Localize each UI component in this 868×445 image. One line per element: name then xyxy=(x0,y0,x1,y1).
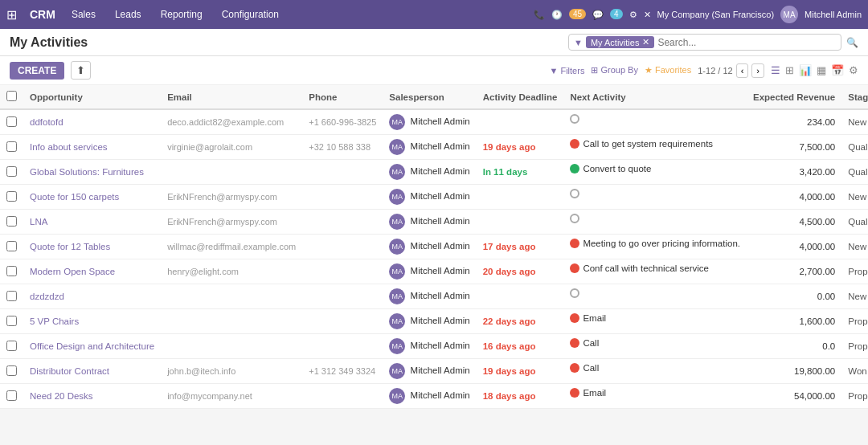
phone-cell: +1 312 349 3324 xyxy=(309,366,375,376)
row-checkbox[interactable] xyxy=(6,216,17,227)
salesperson-avatar: MA xyxy=(389,214,405,230)
opportunity-name[interactable]: Distributor Contract xyxy=(30,366,109,376)
chat-icon[interactable]: 💬 xyxy=(592,10,604,20)
table-row: Modern Open Space henry@elight.com MA Mi… xyxy=(0,259,868,284)
expected-revenue: 0.00 xyxy=(817,292,835,301)
company-name[interactable]: My Company (San Francisco) xyxy=(657,10,775,19)
table-row: LNA ErikNFrench@armyspy.com MA Mitchell … xyxy=(0,210,868,235)
grid-view-icon[interactable]: ▦ xyxy=(817,64,826,76)
opportunity-name[interactable]: Info about services xyxy=(30,142,108,152)
opportunity-name[interactable]: Quote for 12 Tables xyxy=(30,242,110,251)
salesperson-avatar: MA xyxy=(389,189,405,205)
opportunity-name[interactable]: dzdzdzd xyxy=(30,292,64,301)
phone-icon[interactable]: 📞 xyxy=(534,10,545,20)
row-checkbox[interactable] xyxy=(6,316,17,326)
kanban-view-icon[interactable]: ⊞ xyxy=(785,64,794,76)
expected-revenue: 0.0 xyxy=(822,341,835,351)
opportunity-name[interactable]: Need 20 Desks xyxy=(30,391,93,401)
chat-badge: 4 xyxy=(610,9,623,19)
expected-revenue: 4,500.00 xyxy=(799,217,835,227)
stage: Proposition xyxy=(848,267,868,276)
close-icon[interactable]: ✕ xyxy=(644,10,651,20)
opportunity-name[interactable]: Quote for 150 carpets xyxy=(30,192,119,202)
user-avatar[interactable]: MA xyxy=(780,6,798,23)
search-input[interactable] xyxy=(657,37,836,48)
next-activity-text: Meeting to go over pricing information. xyxy=(583,239,740,248)
next-activity-text: Convert to quote xyxy=(583,164,651,174)
nav-configuration[interactable]: Configuration xyxy=(219,7,282,22)
table-row: Quote for 12 Tables willmac@rediffmail.e… xyxy=(0,235,868,259)
activity-deadline: 19 days ago xyxy=(483,142,536,152)
salesperson-name: Mitchell Admin xyxy=(411,365,470,375)
opportunity-name[interactable]: Global Solutions: Furnitures xyxy=(30,167,144,177)
activity-deadline: 17 days ago xyxy=(483,242,536,251)
salesperson-name: Mitchell Admin xyxy=(411,116,470,126)
opportunity-name[interactable]: ddfotofd xyxy=(30,117,63,127)
clock-icon[interactable]: 🕐 xyxy=(551,10,563,20)
activity-circle-red xyxy=(570,139,579,149)
settings-view-icon[interactable]: ⚙ xyxy=(849,64,858,76)
stage: Proposition xyxy=(848,316,868,326)
activity-circle-red xyxy=(570,239,579,248)
salesperson-name: Mitchell Admin xyxy=(411,341,470,350)
crm-logo[interactable]: CRM xyxy=(30,8,55,21)
expected-revenue: 4,000.00 xyxy=(799,242,835,251)
row-checkbox[interactable] xyxy=(6,241,17,251)
search-tag-close[interactable]: ✕ xyxy=(642,37,649,47)
salesperson-avatar: MA xyxy=(389,288,405,304)
create-button[interactable]: CREATE xyxy=(10,62,64,80)
opportunity-name[interactable]: LNA xyxy=(30,217,47,227)
page-title: My Activities xyxy=(10,35,88,50)
upload-button[interactable]: ⬆ xyxy=(71,61,91,80)
group-by-button[interactable]: ⊞ Group By xyxy=(591,65,638,76)
row-checkbox[interactable] xyxy=(6,291,17,301)
opportunity-name[interactable]: Office Design and Architecture xyxy=(30,341,154,351)
salesperson-name: Mitchell Admin xyxy=(411,166,470,176)
row-checkbox[interactable] xyxy=(6,365,17,376)
calendar-view-icon[interactable]: 📅 xyxy=(831,64,844,76)
favorites-button[interactable]: ★ Favorites xyxy=(645,65,691,76)
activity-deadline: 18 days ago xyxy=(483,391,536,401)
activity-circle-empty xyxy=(570,288,579,298)
row-checkbox[interactable] xyxy=(6,166,17,177)
prev-page-button[interactable]: ‹ xyxy=(736,63,749,78)
email-cell: willmac@rediffmail.example.com xyxy=(167,242,296,251)
col-salesperson: Salesperson xyxy=(383,85,476,109)
activity-circle-empty xyxy=(570,214,579,223)
app-grid-icon[interactable]: ⊞ xyxy=(6,7,17,22)
search-icon[interactable]: 🔍 xyxy=(846,37,858,48)
next-page-button[interactable]: › xyxy=(751,63,764,78)
nav-sales[interactable]: Sales xyxy=(68,7,99,22)
search-tag-label: My Activities xyxy=(591,38,640,47)
select-all-checkbox[interactable] xyxy=(6,91,17,101)
salesperson-avatar: MA xyxy=(389,338,405,354)
settings-icon[interactable]: ⚙ xyxy=(629,10,637,20)
nav-leads[interactable]: Leads xyxy=(112,7,145,22)
row-checkbox[interactable] xyxy=(6,141,17,152)
activity-deadline: 22 days ago xyxy=(483,316,536,326)
table-row: ddfotofd deco.addict82@example.com +1 66… xyxy=(0,109,868,135)
row-checkbox[interactable] xyxy=(6,191,17,202)
phone-cell: +32 10 588 338 xyxy=(309,142,371,152)
list-view-icon[interactable]: ☰ xyxy=(771,64,780,76)
expected-revenue: 234.00 xyxy=(807,117,835,127)
email-cell: info@mycompany.net xyxy=(167,391,252,401)
row-checkbox[interactable] xyxy=(6,390,17,401)
table-row: Distributor Contract john.b@itech.info +… xyxy=(0,359,868,384)
salesperson-name: Mitchell Admin xyxy=(411,191,470,201)
opportunity-name[interactable]: 5 VP Chairs xyxy=(30,316,79,326)
user-name[interactable]: Mitchell Admin xyxy=(805,10,862,19)
row-checkbox[interactable] xyxy=(6,341,17,351)
row-checkbox[interactable] xyxy=(6,266,17,276)
filters-button[interactable]: ▼ Filters xyxy=(549,66,584,76)
nav-reporting[interactable]: Reporting xyxy=(158,7,206,22)
activity-circle-red xyxy=(570,363,579,373)
next-activity-text: Call xyxy=(583,363,599,373)
stage: Qualified xyxy=(848,142,868,152)
row-checkbox[interactable] xyxy=(6,116,17,127)
table-row: Office Design and Architecture MA Mitche… xyxy=(0,334,868,359)
opportunity-name[interactable]: Modern Open Space xyxy=(30,267,115,276)
salesperson-name: Mitchell Admin xyxy=(411,316,470,325)
chart-view-icon[interactable]: 📊 xyxy=(799,64,812,76)
col-email: Email xyxy=(161,85,302,109)
